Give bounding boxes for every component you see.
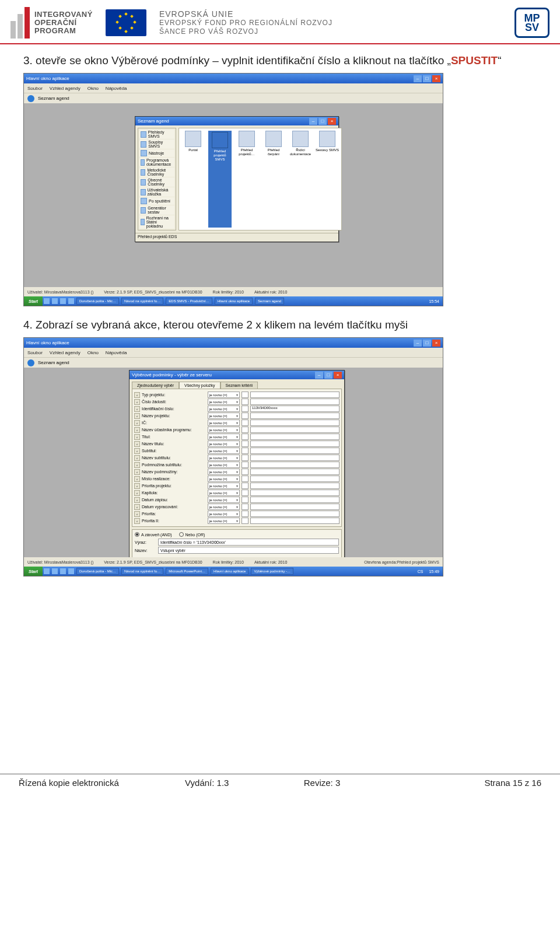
menu-napoveda[interactable]: Nápověda	[106, 86, 127, 91]
minimize-icon[interactable]: –	[414, 340, 422, 347]
picker-button[interactable]	[242, 483, 249, 489]
criteria-value-input[interactable]	[250, 483, 340, 489]
criteria-value-input[interactable]	[250, 399, 340, 405]
operator-dropdown[interactable]: je rovno (=)	[208, 518, 240, 524]
criteria-value-input[interactable]	[250, 441, 340, 447]
modal-seznam-agend[interactable]: Seznam agend – □ × Přehledy SMVS Soupisy…	[135, 116, 339, 242]
operator-dropdown[interactable]: je rovno (=)	[208, 455, 240, 461]
tab-zjednoduseny[interactable]: Zjednodušený výběr	[132, 382, 179, 389]
taskbar-item[interactable]: EDS SMVS - Produkční…	[166, 298, 212, 305]
menu-napoveda[interactable]: Nápověda	[106, 350, 127, 355]
expand-icon[interactable]: ‹	[134, 399, 140, 405]
expand-icon[interactable]: ‹	[134, 497, 140, 503]
taskbar-item[interactable]: Seznam agend	[255, 298, 284, 305]
tool-prehled-cerpani[interactable]: Přehled čerpání	[262, 131, 285, 228]
menu-soubor[interactable]: Soubor	[27, 86, 43, 91]
agend-item[interactable]: Uživatelská záložka	[139, 187, 174, 197]
criteria-value-input[interactable]	[250, 427, 340, 433]
menu-okno[interactable]: Okno	[88, 86, 99, 91]
operator-dropdown[interactable]: je rovno (=)	[208, 476, 240, 482]
expand-icon[interactable]: ‹	[134, 462, 140, 468]
expand-icon[interactable]: ‹	[134, 434, 140, 440]
criteria-value-input[interactable]	[250, 420, 340, 426]
modal-vyberove-podminky[interactable]: Výběrové podmínky - výběr ze serveru – □…	[129, 370, 345, 571]
tool-ridici-dok[interactable]: Řídící dokumentace	[289, 131, 312, 228]
criteria-value-input[interactable]	[250, 497, 340, 503]
taskbar-item[interactable]: Hlavní okno aplikace	[215, 298, 253, 305]
close-icon[interactable]: ×	[432, 75, 440, 82]
operator-dropdown[interactable]: je rovno (=)	[208, 483, 240, 489]
expand-icon[interactable]: ‹	[134, 483, 140, 489]
picker-button[interactable]	[242, 420, 249, 426]
tab-seznam-kriterii[interactable]: Seznam kritérií	[220, 382, 258, 389]
expand-icon[interactable]: ‹	[134, 490, 140, 496]
taskbar-item[interactable]: Hlavní okno aplikace	[211, 568, 249, 575]
expand-icon[interactable]: ‹	[134, 476, 140, 482]
expand-icon[interactable]: ‹	[134, 427, 140, 433]
taskbar[interactable]: Start Doručená pošta - Mic… Návod na vyp…	[24, 567, 443, 576]
tray-icon[interactable]	[60, 298, 66, 304]
taskbar[interactable]: Start Doručená pošta - Mic… Návod na vyp…	[24, 296, 443, 306]
menu-soubor[interactable]: Soubor	[27, 350, 43, 355]
tray-icon[interactable]	[52, 298, 58, 304]
operator-dropdown[interactable]: je rovno (=)	[208, 469, 240, 475]
operator-dropdown[interactable]: je rovno (=)	[208, 462, 240, 468]
agend-item[interactable]: Generátor sestav	[139, 205, 174, 215]
taskbar-lang[interactable]: CS	[415, 569, 426, 574]
menu-vzhled[interactable]: Vzhled agendy	[50, 350, 80, 355]
criteria-value-input[interactable]	[250, 413, 340, 419]
expand-icon[interactable]: ‹	[134, 455, 140, 461]
outer-window-titlebar[interactable]: Hlavní okno aplikace – □ ×	[24, 338, 443, 348]
criteria-value-input[interactable]	[250, 448, 340, 454]
taskbar-item[interactable]: Návod na vyplnění fo…	[121, 568, 163, 575]
expand-icon[interactable]: ‹	[134, 441, 140, 447]
tray-icon[interactable]	[60, 568, 66, 574]
tray-icon[interactable]	[68, 568, 74, 574]
agend-left-list[interactable]: Přehledy SMVS Soupisy SMVS Nástroje Prog…	[138, 128, 176, 230]
vp-tabs[interactable]: Zjednodušený výběr Všechny položky Sezna…	[132, 382, 342, 389]
taskbar-item[interactable]: Microsoft PowerPoint…	[166, 568, 208, 575]
agend-item[interactable]: Metodické Číselníky	[139, 167, 174, 177]
picker-button[interactable]	[242, 406, 249, 412]
tab-vsechny-polozky[interactable]: Všechny položky	[179, 382, 220, 389]
criteria-value-input[interactable]	[250, 504, 340, 510]
picker-button[interactable]	[242, 518, 249, 524]
taskbar-item[interactable]: Doručená pošta - Mic…	[76, 568, 119, 575]
picker-button[interactable]	[242, 497, 249, 503]
minimize-icon[interactable]: –	[414, 75, 422, 82]
operator-dropdown[interactable]: je rovno (=)	[208, 420, 240, 426]
tray-icon[interactable]	[52, 568, 58, 574]
criteria-value-input[interactable]	[250, 462, 340, 468]
agend-item[interactable]: Programová dokumentace	[139, 158, 174, 167]
modal-vp-titlebar[interactable]: Výběrové podmínky - výběr ze serveru – □…	[130, 371, 344, 379]
picker-button[interactable]	[242, 476, 249, 482]
close-icon[interactable]: ×	[432, 340, 440, 347]
taskbar-item[interactable]: Výběrové podmínky -…	[251, 568, 293, 575]
expand-icon[interactable]: ‹	[134, 511, 140, 517]
picker-button[interactable]	[242, 469, 249, 475]
vp-name-input[interactable]: Vstupní výběr	[158, 547, 339, 554]
radio-or[interactable]: Nebo (OR)	[179, 532, 205, 537]
minimize-icon[interactable]: –	[309, 118, 317, 125]
picker-button[interactable]	[242, 511, 249, 517]
menu-bar[interactable]: Soubor Vzhled agendy Okno Nápověda	[24, 348, 443, 357]
maximize-icon[interactable]: □	[423, 340, 431, 347]
operator-dropdown[interactable]: je rovno (=)	[208, 392, 240, 398]
picker-button[interactable]	[242, 434, 249, 440]
tool-prehled-projektu-smvs[interactable]: Přehled projektů SMVS	[208, 131, 232, 228]
picker-button[interactable]	[242, 448, 249, 454]
expand-icon[interactable]: ‹	[134, 406, 140, 412]
menu-vzhled[interactable]: Vzhled agendy	[50, 86, 80, 91]
expand-icon[interactable]: ‹	[134, 469, 140, 475]
expand-icon[interactable]: ‹	[134, 448, 140, 454]
taskbar-item[interactable]: Návod na vyplnění fo…	[121, 298, 163, 305]
operator-dropdown[interactable]: je rovno (=)	[208, 441, 240, 447]
agend-item[interactable]: Rozhraní na Státní pokladnu	[139, 215, 174, 229]
picker-button[interactable]	[242, 413, 249, 419]
agend-item[interactable]: Obecné Číselníky	[139, 177, 174, 187]
operator-dropdown[interactable]: je rovno (=)	[208, 406, 240, 412]
menu-okno[interactable]: Okno	[88, 350, 99, 355]
agend-item[interactable]: Nástroje	[139, 149, 174, 157]
operator-dropdown[interactable]: je rovno (=)	[208, 448, 240, 454]
tray-icon[interactable]	[44, 298, 50, 304]
